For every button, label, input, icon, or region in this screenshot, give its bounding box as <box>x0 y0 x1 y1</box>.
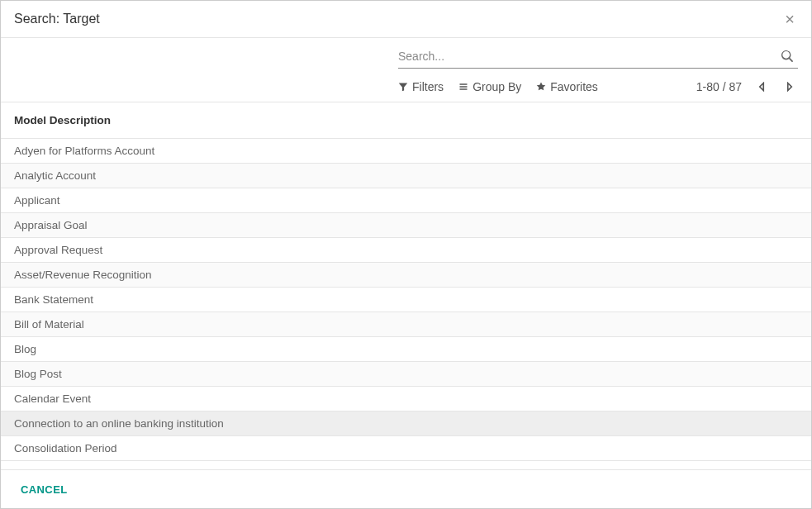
funnel-icon <box>398 82 408 92</box>
table-row[interactable]: Connection to an online banking institut… <box>1 411 811 436</box>
filters-label: Filters <box>412 80 444 93</box>
filters-button[interactable]: Filters <box>398 80 444 93</box>
table-row[interactable]: Bill of Material <box>1 312 811 337</box>
pager: 1-80 / 87 <box>696 80 798 93</box>
modal-title: Search: Target <box>14 12 100 26</box>
table-row[interactable]: Calendar Event <box>1 387 811 411</box>
table-row[interactable]: Adyen for Platforms Account <box>1 139 811 164</box>
list-wrapper: Model Description Adyen for Platforms Ac… <box>1 102 811 469</box>
table-row[interactable]: Approval Request <box>1 238 811 263</box>
list-icon <box>458 82 468 92</box>
groupby-label: Group By <box>472 80 521 93</box>
control-group-left: Filters Group By Favorites <box>398 80 598 93</box>
table-row[interactable]: Consolidation Period <box>1 436 811 461</box>
modal-header: Search: Target × <box>1 1 811 38</box>
pager-prev-button[interactable] <box>753 82 770 92</box>
favorites-button[interactable]: Favorites <box>536 80 598 93</box>
toolbar-spacer <box>14 46 398 102</box>
chevron-right-icon <box>785 82 795 92</box>
table-row[interactable]: Blog <box>1 337 811 362</box>
pager-next-button[interactable] <box>781 82 798 92</box>
table-row[interactable]: Bank Statement <box>1 288 811 312</box>
table-row[interactable]: Asset/Revenue Recognition <box>1 263 811 288</box>
pager-text[interactable]: 1-80 / 87 <box>696 80 742 93</box>
toolbar-controls: Filters Group By Favorites <box>398 46 798 102</box>
table-row[interactable]: Blog Post <box>1 362 811 387</box>
star-icon <box>536 82 546 92</box>
column-header[interactable]: Model Description <box>1 102 811 139</box>
search-target-modal: Search: Target × Filters <box>1 1 811 508</box>
search-input[interactable] <box>398 46 776 66</box>
table-row[interactable]: Applicant <box>1 188 811 213</box>
table-row[interactable]: Analytic Account <box>1 164 811 188</box>
table-row[interactable]: Appraisal Goal <box>1 213 811 238</box>
list-body: Adyen for Platforms AccountAnalytic Acco… <box>1 139 811 461</box>
search-field-wrap <box>398 46 798 69</box>
search-icon[interactable] <box>776 50 798 62</box>
close-icon: × <box>785 10 795 28</box>
scroll-area[interactable]: Model Description Adyen for Platforms Ac… <box>1 102 811 469</box>
cancel-button[interactable]: CANCEL <box>21 483 68 496</box>
groupby-button[interactable]: Group By <box>458 80 521 93</box>
close-button[interactable]: × <box>781 11 798 27</box>
favorites-label: Favorites <box>550 80 598 93</box>
controls-row: Filters Group By Favorites <box>398 69 798 102</box>
toolbar: Filters Group By Favorites <box>1 38 811 102</box>
modal-footer: CANCEL <box>1 469 811 508</box>
chevron-left-icon <box>757 82 767 92</box>
